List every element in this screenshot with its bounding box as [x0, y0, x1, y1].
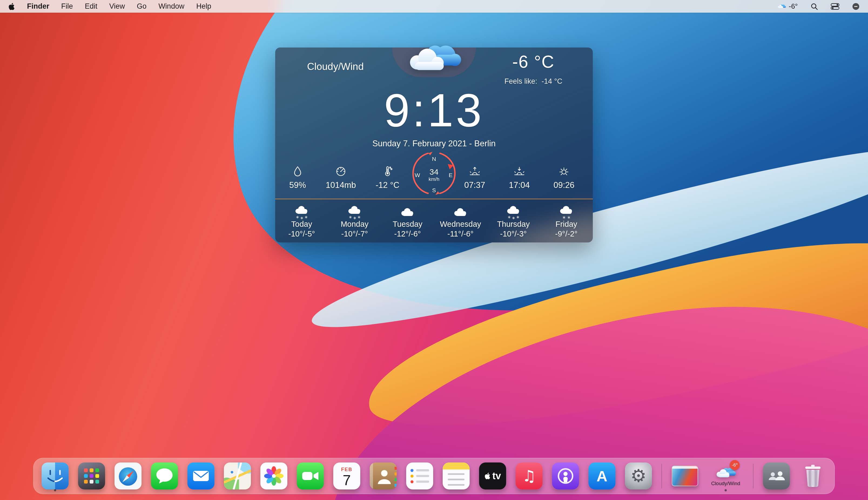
contacts-icon — [370, 463, 397, 489]
dock-users[interactable] — [763, 460, 790, 492]
cloud-icon — [399, 205, 416, 220]
spotlight-search-icon[interactable] — [810, 2, 818, 11]
sunrise-icon — [469, 165, 481, 178]
menu-view[interactable]: View — [109, 2, 125, 11]
menu-edit[interactable]: Edit — [85, 2, 98, 11]
gear-glyph: ⚙ — [630, 467, 646, 485]
wind-compass: N S W E 34 km/h — [410, 150, 458, 197]
compass-east: E — [449, 172, 453, 178]
forecast-tuesday: Tuesday -12°/-6° — [381, 199, 434, 242]
weather-temp-badge: -6° — [730, 460, 740, 470]
forecast-temps: -12°/-6° — [394, 229, 421, 238]
stat-daylight: 09:26 — [553, 165, 574, 190]
app-store-glyph: A — [597, 467, 607, 485]
system-preferences-icon: ⚙ — [625, 463, 652, 489]
forecast-day: Friday — [555, 220, 577, 229]
current-temperature: -6 °C — [474, 52, 593, 72]
dock-podcasts[interactable] — [552, 460, 579, 492]
forecast-today: Today -10°/-5° — [275, 199, 328, 242]
feels-like: Feels like:-14 °C — [474, 77, 593, 86]
dock-contacts[interactable] — [370, 460, 397, 492]
menu-app-name[interactable]: Finder — [27, 2, 49, 11]
messages-icon — [151, 463, 178, 489]
dock-finder[interactable] — [42, 460, 69, 492]
podcasts-icon — [552, 463, 579, 489]
dock-facetime[interactable] — [297, 460, 324, 492]
temperature-value: -12 °C — [376, 180, 399, 190]
date-line: Sunday 7. February 2021 - Berlin — [275, 139, 593, 148]
dock-safari[interactable] — [114, 460, 142, 492]
control-center-icon[interactable] — [831, 3, 839, 10]
reminders-icon — [406, 463, 433, 489]
compass-south: S — [432, 187, 436, 193]
wind-unit: km/h — [429, 176, 439, 182]
dock-messages[interactable] — [151, 460, 178, 492]
dock-separator — [753, 464, 754, 488]
forecast-temps: -10°/-5° — [289, 229, 315, 238]
running-indicator — [54, 489, 56, 491]
apple-menu[interactable] — [8, 3, 15, 10]
dock-mail[interactable] — [188, 460, 214, 492]
dock-launchpad[interactable] — [78, 460, 105, 492]
pressure-icon — [335, 165, 347, 178]
apple-tv-glyph: tv — [492, 470, 501, 482]
sun-icon — [558, 165, 570, 178]
dock-separator — [662, 464, 662, 488]
condition-label: Cloudy/Wind — [307, 61, 364, 72]
maps-icon — [224, 463, 251, 489]
finder-icon — [42, 463, 69, 489]
dock-notes[interactable] — [443, 460, 470, 492]
forecast-day: Tuesday — [393, 220, 422, 229]
snow-cloud-icon — [558, 205, 575, 220]
compass-west: W — [415, 172, 420, 178]
forecast-friday: Friday -9°/-2° — [540, 199, 593, 242]
menu-file[interactable]: File — [61, 2, 73, 11]
dock-weather-widget[interactable]: Cloudy/Wind -6° — [708, 460, 744, 492]
sunrise-value: 07:37 — [464, 180, 485, 190]
stat-sunrise: 07:37 — [464, 165, 485, 190]
dock-photos[interactable] — [260, 460, 288, 492]
dock-system-preferences[interactable]: ⚙ — [625, 460, 652, 492]
dock-window-preview[interactable] — [672, 460, 698, 492]
menubar-weather-temp: -6° — [789, 2, 798, 11]
dock-maps[interactable] — [224, 460, 251, 492]
feels-like-value: -14 °C — [541, 77, 562, 85]
forecast-temps: -10°/-3° — [500, 229, 527, 238]
forecast-day: Thursday — [497, 220, 530, 229]
daylight-value: 09:26 — [553, 180, 574, 190]
forecast-day: Today — [291, 220, 312, 229]
snow-cloud-icon — [505, 205, 522, 220]
stat-pressure: 1014mb — [326, 165, 356, 190]
menubar-weather-cloud-icon — [777, 3, 787, 10]
forecast-temps: -9°/-2° — [555, 229, 578, 238]
snow-cloud-icon — [346, 205, 363, 220]
dock-music[interactable]: ♫ — [516, 460, 543, 492]
dock-apple-tv[interactable]: tv — [479, 460, 506, 492]
humidity-icon — [291, 165, 304, 178]
clock: 9:13 — [275, 87, 593, 133]
menu-extra-circle-icon[interactable] — [852, 2, 860, 11]
dock-trash[interactable] — [799, 460, 826, 492]
feels-like-label: Feels like: — [505, 77, 538, 85]
menu-bar: Finder File Edit View Go Window Help -6° — [0, 0, 868, 13]
launchpad-icon — [78, 463, 105, 489]
sunset-value: 17:04 — [509, 180, 530, 190]
dock-calendar[interactable]: FEB 7 — [333, 460, 360, 492]
forecast-wednesday: Wednesday -11°/-6° — [434, 199, 487, 242]
stat-temperature: -12 °C — [376, 165, 399, 190]
thermometer-icon — [381, 165, 394, 178]
dock-app-store[interactable]: A — [588, 460, 616, 492]
menu-help[interactable]: Help — [196, 2, 212, 11]
forecast-day: Wednesday — [440, 220, 481, 229]
stat-humidity: 59% — [289, 165, 306, 190]
stats-right: 07:37 17:04 09:26 — [464, 165, 574, 190]
dock: FEB 7 — [33, 458, 835, 494]
menu-go[interactable]: Go — [137, 2, 147, 11]
facetime-icon — [297, 463, 324, 489]
dock-reminders[interactable] — [406, 460, 433, 492]
menubar-weather-status[interactable]: -6° — [777, 2, 798, 11]
apple-logo-icon — [8, 3, 15, 10]
notes-icon — [443, 463, 470, 489]
menu-window[interactable]: Window — [159, 2, 184, 11]
wind-speed: 34 — [429, 167, 438, 176]
